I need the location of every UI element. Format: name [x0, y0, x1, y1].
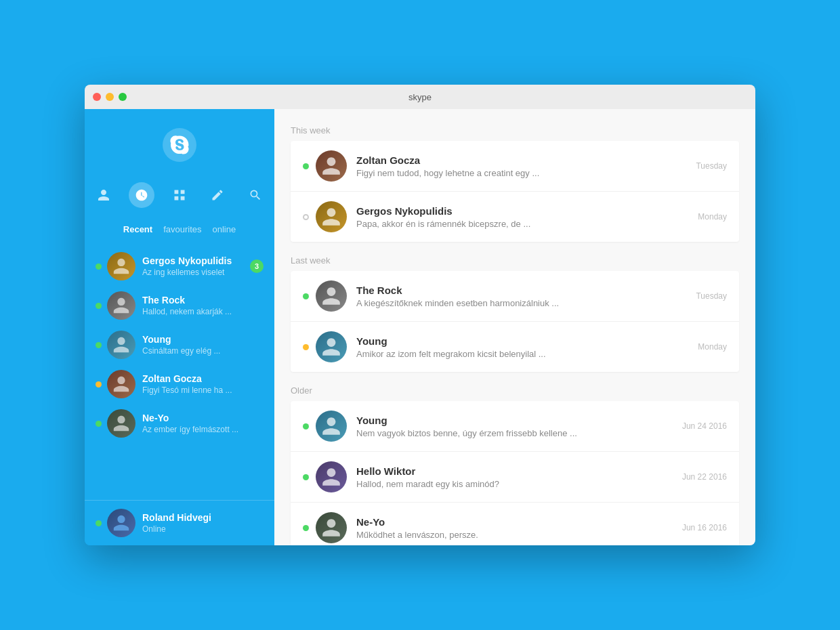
contact-name: Ne-Yo	[142, 413, 264, 423]
contact-preview: Hallod, nekem akarják ...	[142, 307, 264, 316]
msg-status-dot	[303, 423, 309, 429]
main-content: Recent favourites online Gergos Nykopuli…	[85, 109, 755, 545]
status-dot	[96, 303, 102, 309]
edit-icon	[211, 188, 224, 202]
footer-status: Online	[142, 524, 264, 534]
contact-info: Ne-YoAz ember így felmászott ...	[142, 413, 264, 434]
msg-preview: Amikor az izom felt megrakom kicsit bele…	[356, 349, 687, 359]
nav-grid[interactable]	[167, 182, 192, 208]
maximize-button[interactable]	[119, 93, 127, 101]
msg-avatar	[316, 280, 347, 312]
message-item-young-older[interactable]: YoungNem vagyok biztos benne, úgy érzem …	[291, 401, 739, 452]
search-icon	[249, 188, 262, 202]
msg-avatar	[316, 411, 347, 442]
close-button[interactable]	[93, 93, 101, 101]
avatar-img	[112, 296, 131, 315]
footer-avatar	[107, 509, 135, 537]
msg-body: YoungNem vagyok biztos benne, úgy érzem …	[356, 415, 671, 438]
person-icon	[97, 188, 110, 202]
msg-body: Ne-YoMűködhet a lenvászon, persze.	[356, 516, 671, 540]
avatar	[107, 370, 135, 398]
msg-time: Jun 16 2016	[682, 523, 727, 532]
sidebar-tabs: Recent favourites online	[85, 220, 274, 244]
clock-icon	[135, 188, 148, 202]
message-item-young-lastweek[interactable]: YoungAmikor az izom felt megrakom kicsit…	[291, 322, 739, 372]
unread-badge: 3	[250, 259, 264, 273]
contact-list: Gergos NykopulidisAz ing kellemes visele…	[85, 244, 274, 500]
msg-preview: Hallod, nem maradt egy kis aminód?	[356, 479, 671, 489]
nav-profile[interactable]	[91, 182, 117, 208]
contact-item-gergos[interactable]: Gergos NykopulidisAz ing kellemes visele…	[85, 247, 274, 286]
msg-status-dot	[303, 344, 309, 350]
window-title: skype	[408, 92, 432, 102]
section-label-this-week: This week	[291, 125, 739, 135]
msg-status-dot	[303, 163, 309, 169]
avatar	[107, 291, 135, 320]
msg-avatar	[316, 461, 347, 492]
contact-item-young[interactable]: YoungCsináltam egy elég ...	[85, 325, 274, 364]
message-list-older: YoungNem vagyok biztos benne, úgy érzem …	[291, 401, 739, 545]
footer-status-dot	[96, 520, 102, 526]
logo-area	[85, 109, 274, 175]
msg-avatar	[316, 512, 347, 543]
msg-name: Gergos Nykopulidis	[356, 205, 687, 217]
msg-preview: Figyi nem tudod, hogy lehetne a creatint…	[356, 168, 685, 178]
msg-avatar-img	[320, 285, 342, 307]
contact-name: Young	[142, 334, 264, 345]
sidebar: Recent favourites online Gergos Nykopuli…	[85, 109, 274, 545]
contact-info: Gergos NykopulidisAz ing kellemes visele…	[142, 255, 250, 277]
contact-preview: Figyi Tesó mi lenne ha ...	[142, 385, 264, 395]
app-window: skype	[85, 85, 755, 545]
status-dot	[96, 421, 102, 427]
status-dot	[96, 381, 102, 387]
tab-recent[interactable]: Recent	[123, 224, 152, 234]
footer-avatar-img	[112, 513, 131, 532]
nav-search[interactable]	[243, 182, 268, 208]
grid-icon	[173, 188, 186, 202]
msg-status-dot	[303, 293, 309, 299]
msg-avatar-img	[320, 155, 342, 177]
msg-avatar-img	[320, 415, 342, 437]
msg-time: Monday	[698, 212, 727, 222]
msg-name: Zoltan Gocza	[356, 154, 685, 166]
msg-avatar-img	[320, 517, 342, 539]
message-item-hellowiktor-older[interactable]: Hello WiktorHallod, nem maradt egy kis a…	[291, 452, 739, 503]
tab-online[interactable]: online	[213, 224, 236, 234]
msg-body: The RockA kiegészítőknek minden esetben …	[356, 285, 685, 308]
message-list-this-week: Zoltan GoczaFigyi nem tudod, hogy lehetn…	[291, 141, 739, 242]
traffic-lights	[93, 93, 127, 101]
section-label-older: Older	[291, 385, 739, 396]
contact-name: Zoltan Gocza	[142, 373, 264, 384]
contact-item-neyo[interactable]: Ne-YoAz ember így felmászott ...	[85, 404, 274, 443]
contact-item-therock[interactable]: The RockHallod, nekem akarják ...	[85, 286, 274, 325]
minimize-button[interactable]	[106, 93, 114, 101]
msg-preview: A kiegészítőknek minden esetben harmoniz…	[356, 298, 685, 308]
msg-avatar-img	[320, 466, 342, 488]
msg-name: Young	[356, 335, 687, 347]
msg-name: Ne-Yo	[356, 516, 671, 528]
message-item-gergos-thisweek[interactable]: Gergos NykopulidisPapa, akkor én is ráme…	[291, 192, 739, 242]
msg-time: Tuesday	[696, 291, 727, 301]
msg-avatar-img	[320, 336, 342, 358]
message-item-therock-lastweek[interactable]: The RockA kiegészítőknek minden esetben …	[291, 271, 739, 322]
msg-name: Hello Wiktor	[356, 465, 671, 477]
msg-body: YoungAmikor az izom felt megrakom kicsit…	[356, 335, 687, 359]
nav-edit[interactable]	[205, 182, 230, 208]
message-item-neyo-older[interactable]: Ne-YoMűködhet a lenvászon, persze.Jun 16…	[291, 503, 739, 545]
footer-contact-info: Roland Hidvegi Online	[142, 512, 264, 534]
skype-icon	[170, 135, 189, 154]
msg-status-dot	[303, 525, 309, 531]
contact-name: Gergos Nykopulidis	[142, 255, 250, 266]
msg-status-dot	[303, 214, 309, 220]
avatar	[107, 409, 135, 438]
message-item-zoltan-thisweek[interactable]: Zoltan GoczaFigyi nem tudod, hogy lehetn…	[291, 141, 739, 192]
contact-item-zoltan[interactable]: Zoltan GoczaFigyi Tesó mi lenne ha ...	[85, 364, 274, 404]
titlebar: skype	[85, 85, 755, 109]
nav-recent[interactable]	[129, 182, 154, 208]
sidebar-footer: Roland Hidvegi Online	[85, 500, 274, 545]
msg-avatar-img	[320, 206, 342, 228]
status-dot	[96, 264, 102, 270]
contact-info: The RockHallod, nekem akarják ...	[142, 295, 264, 316]
msg-time: Jun 22 2016	[682, 472, 727, 482]
tab-favourites[interactable]: favourites	[163, 224, 201, 234]
